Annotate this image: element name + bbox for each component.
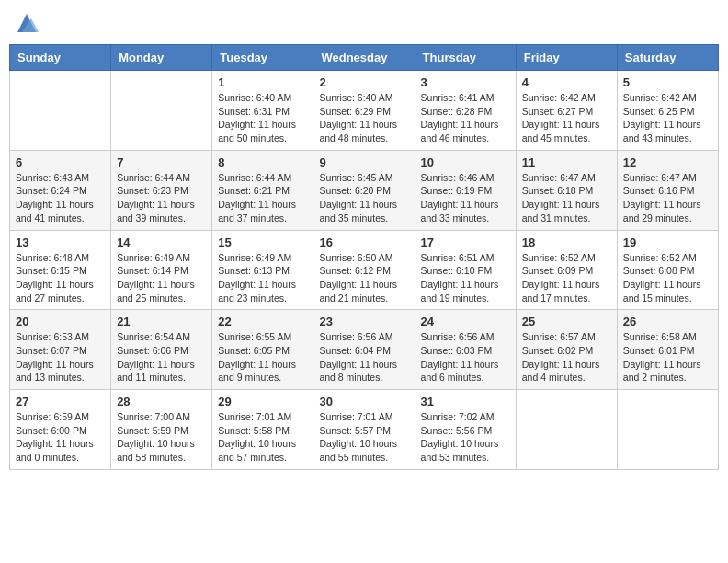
day-info: Sunrise: 6:55 AM Sunset: 6:05 PM Dayligh… xyxy=(218,330,307,385)
calendar-cell: 8Sunrise: 6:44 AM Sunset: 6:21 PM Daylig… xyxy=(212,150,313,230)
day-number: 5 xyxy=(623,75,712,89)
calendar-cell: 25Sunrise: 6:57 AM Sunset: 6:02 PM Dayli… xyxy=(516,310,617,390)
day-info: Sunrise: 6:44 AM Sunset: 6:21 PM Dayligh… xyxy=(218,171,307,225)
day-number: 23 xyxy=(319,315,408,328)
calendar-week-row: 1Sunrise: 6:40 AM Sunset: 6:31 PM Daylig… xyxy=(10,71,719,151)
day-info: Sunrise: 6:45 AM Sunset: 6:20 PM Dayligh… xyxy=(319,171,408,225)
day-of-week-header: Wednesday xyxy=(313,45,415,71)
day-number: 17 xyxy=(421,236,510,249)
day-info: Sunrise: 6:47 AM Sunset: 6:16 PM Dayligh… xyxy=(623,171,712,225)
calendar-cell: 31Sunrise: 7:02 AM Sunset: 5:56 PM Dayli… xyxy=(415,390,516,470)
day-of-week-header: Sunday xyxy=(10,45,111,71)
page-header xyxy=(9,9,719,37)
calendar-cell: 14Sunrise: 6:49 AM Sunset: 6:14 PM Dayli… xyxy=(111,230,212,310)
calendar-cell: 26Sunrise: 6:58 AM Sunset: 6:01 PM Dayli… xyxy=(617,310,718,390)
day-number: 11 xyxy=(522,155,611,169)
day-info: Sunrise: 6:51 AM Sunset: 6:10 PM Dayligh… xyxy=(421,251,510,305)
calendar-table: SundayMondayTuesdayWednesdayThursdayFrid… xyxy=(9,44,719,470)
calendar-cell xyxy=(516,390,617,470)
day-info: Sunrise: 6:59 AM Sunset: 6:00 PM Dayligh… xyxy=(16,410,105,465)
day-of-week-header: Monday xyxy=(111,45,212,71)
calendar-cell: 3Sunrise: 6:41 AM Sunset: 6:28 PM Daylig… xyxy=(415,71,516,151)
calendar-cell: 16Sunrise: 6:50 AM Sunset: 6:12 PM Dayli… xyxy=(313,230,415,310)
day-info: Sunrise: 6:49 AM Sunset: 6:14 PM Dayligh… xyxy=(117,251,206,305)
calendar-cell: 24Sunrise: 6:56 AM Sunset: 6:03 PM Dayli… xyxy=(415,310,516,390)
day-number: 9 xyxy=(319,155,408,169)
calendar-cell: 2Sunrise: 6:40 AM Sunset: 6:29 PM Daylig… xyxy=(313,71,415,151)
day-number: 13 xyxy=(16,236,105,249)
calendar-cell: 21Sunrise: 6:54 AM Sunset: 6:06 PM Dayli… xyxy=(111,310,212,390)
day-of-week-header: Thursday xyxy=(415,45,516,71)
day-number: 8 xyxy=(218,155,307,169)
day-info: Sunrise: 6:40 AM Sunset: 6:31 PM Dayligh… xyxy=(218,91,307,145)
calendar-cell: 13Sunrise: 6:48 AM Sunset: 6:15 PM Dayli… xyxy=(10,230,111,310)
day-info: Sunrise: 7:01 AM Sunset: 5:57 PM Dayligh… xyxy=(319,410,408,465)
calendar-cell xyxy=(10,71,111,151)
day-number: 24 xyxy=(421,315,510,328)
day-info: Sunrise: 6:56 AM Sunset: 6:03 PM Dayligh… xyxy=(421,330,510,385)
calendar-header-row: SundayMondayTuesdayWednesdayThursdayFrid… xyxy=(10,45,719,71)
day-number: 14 xyxy=(117,236,206,249)
calendar-cell: 9Sunrise: 6:45 AM Sunset: 6:20 PM Daylig… xyxy=(313,150,415,230)
day-info: Sunrise: 7:01 AM Sunset: 5:58 PM Dayligh… xyxy=(218,410,307,465)
calendar-cell: 18Sunrise: 6:52 AM Sunset: 6:09 PM Dayli… xyxy=(516,230,617,310)
calendar-cell: 29Sunrise: 7:01 AM Sunset: 5:58 PM Dayli… xyxy=(212,390,313,470)
day-of-week-header: Tuesday xyxy=(212,45,313,71)
day-info: Sunrise: 7:02 AM Sunset: 5:56 PM Dayligh… xyxy=(421,410,510,465)
day-number: 19 xyxy=(623,236,712,249)
day-info: Sunrise: 7:00 AM Sunset: 5:59 PM Dayligh… xyxy=(117,410,206,465)
day-number: 16 xyxy=(319,236,408,249)
day-info: Sunrise: 6:50 AM Sunset: 6:12 PM Dayligh… xyxy=(319,251,408,305)
day-info: Sunrise: 6:56 AM Sunset: 6:04 PM Dayligh… xyxy=(319,330,408,385)
calendar-week-row: 20Sunrise: 6:53 AM Sunset: 6:07 PM Dayli… xyxy=(10,310,719,390)
calendar-week-row: 13Sunrise: 6:48 AM Sunset: 6:15 PM Dayli… xyxy=(10,230,719,310)
day-info: Sunrise: 6:53 AM Sunset: 6:07 PM Dayligh… xyxy=(16,330,105,385)
calendar-cell: 23Sunrise: 6:56 AM Sunset: 6:04 PM Dayli… xyxy=(313,310,415,390)
calendar-cell: 12Sunrise: 6:47 AM Sunset: 6:16 PM Dayli… xyxy=(617,150,718,230)
calendar-week-row: 27Sunrise: 6:59 AM Sunset: 6:00 PM Dayli… xyxy=(10,390,719,470)
day-number: 26 xyxy=(623,315,712,328)
day-number: 31 xyxy=(421,395,510,408)
calendar-cell: 20Sunrise: 6:53 AM Sunset: 6:07 PM Dayli… xyxy=(10,310,111,390)
calendar-cell: 11Sunrise: 6:47 AM Sunset: 6:18 PM Dayli… xyxy=(516,150,617,230)
calendar-cell: 30Sunrise: 7:01 AM Sunset: 5:57 PM Dayli… xyxy=(313,390,415,470)
calendar-week-row: 6Sunrise: 6:43 AM Sunset: 6:24 PM Daylig… xyxy=(10,150,719,230)
day-info: Sunrise: 6:48 AM Sunset: 6:15 PM Dayligh… xyxy=(16,251,105,305)
day-number: 7 xyxy=(117,155,206,169)
day-info: Sunrise: 6:52 AM Sunset: 6:09 PM Dayligh… xyxy=(522,251,611,305)
day-number: 25 xyxy=(522,315,611,328)
day-info: Sunrise: 6:57 AM Sunset: 6:02 PM Dayligh… xyxy=(522,330,611,385)
calendar-cell: 4Sunrise: 6:42 AM Sunset: 6:27 PM Daylig… xyxy=(516,71,617,151)
calendar-cell: 6Sunrise: 6:43 AM Sunset: 6:24 PM Daylig… xyxy=(10,150,111,230)
calendar-cell: 17Sunrise: 6:51 AM Sunset: 6:10 PM Dayli… xyxy=(415,230,516,310)
day-number: 6 xyxy=(16,155,105,169)
day-number: 1 xyxy=(218,75,307,89)
day-number: 15 xyxy=(218,236,307,249)
day-number: 22 xyxy=(218,315,307,328)
day-info: Sunrise: 6:43 AM Sunset: 6:24 PM Dayligh… xyxy=(16,171,105,225)
calendar-cell: 7Sunrise: 6:44 AM Sunset: 6:23 PM Daylig… xyxy=(111,150,212,230)
day-number: 3 xyxy=(421,75,510,89)
calendar-cell: 10Sunrise: 6:46 AM Sunset: 6:19 PM Dayli… xyxy=(415,150,516,230)
day-number: 20 xyxy=(16,315,105,328)
calendar-cell xyxy=(617,390,718,470)
day-number: 4 xyxy=(522,75,611,89)
day-info: Sunrise: 6:52 AM Sunset: 6:08 PM Dayligh… xyxy=(623,251,712,305)
calendar-cell: 1Sunrise: 6:40 AM Sunset: 6:31 PM Daylig… xyxy=(212,71,313,151)
day-info: Sunrise: 6:40 AM Sunset: 6:29 PM Dayligh… xyxy=(319,91,408,145)
day-number: 29 xyxy=(218,395,307,408)
day-info: Sunrise: 6:46 AM Sunset: 6:19 PM Dayligh… xyxy=(421,171,510,225)
day-number: 18 xyxy=(522,236,611,249)
logo xyxy=(9,9,40,37)
calendar-cell: 27Sunrise: 6:59 AM Sunset: 6:00 PM Dayli… xyxy=(10,390,111,470)
day-info: Sunrise: 6:42 AM Sunset: 6:25 PM Dayligh… xyxy=(623,91,712,145)
day-number: 27 xyxy=(16,395,105,408)
calendar-cell: 22Sunrise: 6:55 AM Sunset: 6:05 PM Dayli… xyxy=(212,310,313,390)
day-number: 21 xyxy=(117,315,206,328)
day-number: 30 xyxy=(319,395,408,408)
day-number: 2 xyxy=(319,75,408,89)
logo-icon xyxy=(13,9,40,37)
day-number: 28 xyxy=(117,395,206,408)
calendar-cell: 19Sunrise: 6:52 AM Sunset: 6:08 PM Dayli… xyxy=(617,230,718,310)
calendar-cell: 15Sunrise: 6:49 AM Sunset: 6:13 PM Dayli… xyxy=(212,230,313,310)
